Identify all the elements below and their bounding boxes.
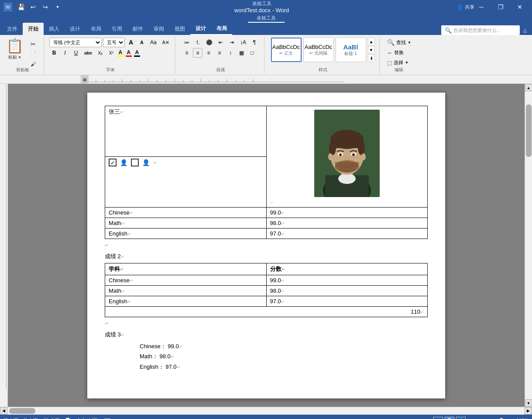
select-button[interactable]: ⬚ 选择▼ xyxy=(385,58,413,67)
tab-layout[interactable]: 布局 xyxy=(86,23,106,35)
tab-home[interactable]: 开始 xyxy=(23,23,44,35)
scroll-down-button[interactable]: ▼ xyxy=(525,399,532,407)
bottom-area: ◀ ▶ 第 1 页，共 1 页 38 个字 📄 中文(中国) ⌨ 📖 📄 🌐 ─ xyxy=(0,407,532,419)
minimize-button[interactable]: ─ xyxy=(473,0,490,14)
clipboard-small-buttons: ✂ 📄 🖌 xyxy=(26,39,40,69)
editing-content: 🔍 查找▼ ↔ 替换 ⬚ 选择▼ xyxy=(385,38,413,67)
style-scroll-down[interactable]: ▼ xyxy=(368,46,375,54)
style-expand[interactable]: ⬇ xyxy=(368,54,375,62)
save-button[interactable]: 💾 xyxy=(16,2,26,12)
font-name-select[interactable]: 等线 (中文正 xyxy=(49,38,102,47)
text-highlight-button[interactable]: A xyxy=(117,49,124,57)
align-left-button[interactable]: ≡ xyxy=(182,48,192,58)
font-size-select[interactable]: 五号 xyxy=(103,38,125,47)
vertical-scrollbar: ▲ ▼ xyxy=(525,84,532,407)
search-bar[interactable]: 🔍 告诉我您想要做什么... xyxy=(441,25,520,35)
copy-button[interactable]: 📄 xyxy=(26,49,40,59)
shading-color-button[interactable]: A xyxy=(134,49,140,57)
increase-indent-button[interactable]: ⇥ xyxy=(227,38,237,47)
shading-button[interactable]: ▦ xyxy=(237,48,246,58)
bold-button[interactable]: B xyxy=(49,48,59,58)
para-mark-c1: ↵ xyxy=(130,211,133,215)
borders-button[interactable]: □ xyxy=(247,48,257,58)
tab-insert[interactable]: 插入 xyxy=(44,23,65,35)
underline-button[interactable]: U xyxy=(71,48,81,58)
collapse-ribbon-button[interactable]: △ xyxy=(523,28,527,33)
title-bar-left: W 💾 ↩ ↪ ▼ xyxy=(3,2,63,12)
italic-button[interactable]: I xyxy=(60,48,70,58)
bullets-button[interactable]: ≔ xyxy=(182,38,192,47)
multilevel-button[interactable]: ⚫ xyxy=(204,38,215,47)
show-marks-button[interactable]: ¶ xyxy=(250,38,259,47)
document-area[interactable]: 张三↵ xyxy=(8,84,525,407)
cut-button[interactable]: ✂ xyxy=(26,39,40,49)
subscript-button[interactable]: X₂ xyxy=(96,48,105,58)
section3-label-text: 成绩 3 xyxy=(105,331,121,338)
zoom-out-button[interactable]: ─ xyxy=(469,417,473,419)
t2-total-cell: 110↵ xyxy=(105,307,428,317)
find-button[interactable]: 🔍 查找▼ xyxy=(385,38,413,47)
decrease-indent-button[interactable]: ⇤ xyxy=(216,38,226,47)
style-no-spacing[interactable]: AaBbCcDc ↵ 无间隔 xyxy=(303,38,334,62)
ruler-corner[interactable]: ⊞ xyxy=(81,75,89,84)
tab-view[interactable]: 视图 xyxy=(169,23,190,35)
shrink-font-button[interactable]: A xyxy=(137,38,147,47)
scroll-thumb[interactable] xyxy=(526,104,532,157)
tab-table-design[interactable]: 设计 xyxy=(190,23,211,35)
close-button[interactable]: ✕ xyxy=(511,0,529,14)
header-score-text: 分数 xyxy=(270,266,281,272)
read-view-button[interactable]: 📖 xyxy=(433,417,443,419)
font-color-button[interactable]: A xyxy=(126,49,132,57)
tab-design[interactable]: 设计 xyxy=(65,23,86,35)
change-case-button[interactable]: Aa xyxy=(148,38,159,47)
select-icon: ⬚ xyxy=(387,60,392,66)
line-spacing-button[interactable]: ↕ xyxy=(226,48,235,58)
tab-review[interactable]: 审阅 xyxy=(148,23,169,35)
sort-button[interactable]: ↕A xyxy=(238,38,248,47)
checkbox-female-unchecked[interactable] xyxy=(131,159,139,166)
checkbox-male-checked[interactable]: ✓ xyxy=(109,159,117,166)
restore-button[interactable]: ❐ xyxy=(492,0,509,14)
subject-chinese: Chinese↵ xyxy=(105,208,267,218)
tab-table-layout[interactable]: 布局 xyxy=(211,23,232,35)
style-normal[interactable]: AaBbCcDc ↵ 正文 xyxy=(271,38,302,62)
tab-mailings[interactable]: 邮件 xyxy=(127,23,148,35)
tab-references[interactable]: 引用 xyxy=(106,23,127,35)
redo-button[interactable]: ↪ xyxy=(40,2,51,12)
table-row-chinese: Chinese↵ 99.0↵ xyxy=(105,208,428,218)
document-page: 张三↵ xyxy=(87,93,445,398)
zoom-in-button[interactable]: + xyxy=(511,417,515,419)
justify-button[interactable]: ≡ xyxy=(215,48,224,58)
tab-file[interactable]: 文件 xyxy=(2,23,23,35)
clipboard-group: 📋 粘贴▼ ✂ 📄 🖌 剪贴板 xyxy=(2,37,44,74)
undo-button[interactable]: ↩ xyxy=(28,2,38,12)
style-scroll-up[interactable]: ▲ xyxy=(368,38,375,45)
table-row-math: Math↵ 98.0↵ xyxy=(105,218,428,229)
superscript-button[interactable]: X² xyxy=(106,48,116,58)
grow-font-button[interactable]: A xyxy=(126,38,136,47)
scroll-up-button[interactable]: ▲ xyxy=(525,84,532,91)
page-view-button[interactable]: 📄 xyxy=(445,417,454,419)
replace-button[interactable]: ↔ 替换 xyxy=(385,48,413,57)
web-view-button[interactable]: 🌐 xyxy=(456,417,466,419)
align-right-button[interactable]: ≡ xyxy=(204,48,213,58)
hscroll-left-button[interactable]: ◀ xyxy=(0,407,7,415)
numbering-button[interactable]: ⒈ xyxy=(193,38,203,47)
search-icon: 🔍 xyxy=(445,27,452,34)
paste-button[interactable]: 📋 粘贴▼ xyxy=(5,38,24,60)
section3-english-score: 97.0 xyxy=(165,364,176,370)
clear-format-button[interactable]: A✕ xyxy=(160,38,172,47)
strikethrough-button[interactable]: abc xyxy=(82,48,94,58)
style-heading1[interactable]: AaBl 标题 1 xyxy=(336,38,366,62)
align-center-button[interactable]: ≡ xyxy=(193,48,203,58)
section3-list: Chinese： 99.0↵ Math： 98.0↵ English： 97.0… xyxy=(105,341,428,372)
customize-button[interactable]: ▼ xyxy=(52,2,63,12)
svg-point-37 xyxy=(352,153,355,156)
score-math: 98.0↵ xyxy=(266,218,428,229)
user-account[interactable]: 👤 共享 xyxy=(460,2,471,12)
hscroll-thumb[interactable] xyxy=(9,408,35,414)
replace-icon: ↔ xyxy=(387,50,392,56)
svg-rect-23 xyxy=(6,84,7,390)
hscroll-right-button[interactable]: ▶ xyxy=(525,407,532,415)
status-bar: 第 1 页，共 1 页 38 个字 📄 中文(中国) ⌨ 📖 📄 🌐 ─ + 1… xyxy=(0,414,532,419)
